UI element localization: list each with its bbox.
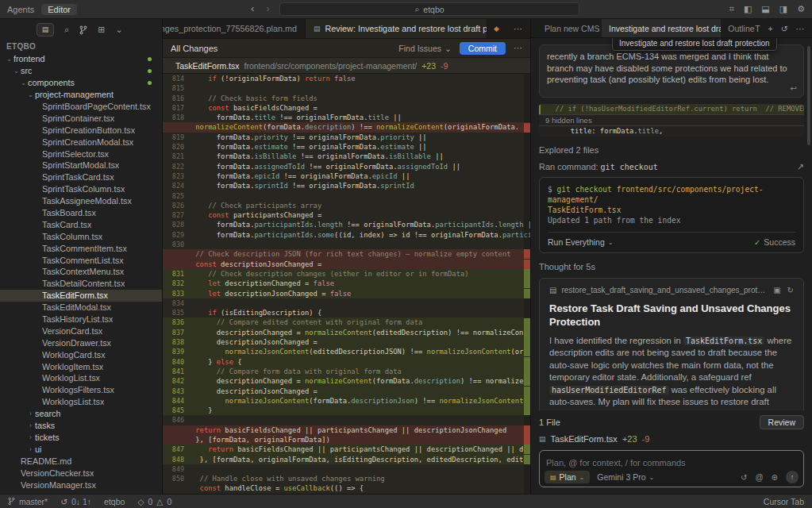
code-line[interactable]: const descriptionJsonChanged = <box>163 260 530 269</box>
chevron-right-icon[interactable]: › <box>26 410 35 418</box>
tree-item[interactable]: TaskEditModal.tsx <box>0 302 162 314</box>
tree-item[interactable]: WorklogCard.tsx <box>0 348 162 360</box>
code-line[interactable]: 827 const participantsChanged = <box>163 210 530 220</box>
code-line[interactable]: return basicFieldsChanged || participant… <box>163 425 530 435</box>
code-line[interactable]: 842 descriptionChanged = normalizeConten… <box>163 376 530 386</box>
project-indicator[interactable]: etqbo <box>104 497 125 506</box>
code-line[interactable]: 836 // Compare edited content with origi… <box>163 318 530 327</box>
tree-item[interactable]: ⌄components <box>0 77 162 89</box>
plan-card[interactable]: ▤ restore_task_draft_saving_and_unsaved_… <box>539 278 804 411</box>
send-button[interactable]: ↑ <box>786 471 799 483</box>
back-icon[interactable]: ‹ <box>251 2 254 14</box>
tree-item[interactable]: TaskDetailContent.tsx <box>0 278 162 290</box>
editor-scrollbar[interactable] <box>524 74 530 494</box>
code-line[interactable]: 847 return basicFieldsChanged || partici… <box>163 444 530 454</box>
code-line[interactable]: 826 // Check participants array <box>163 201 530 210</box>
user-message[interactable]: recently a branch ECMS-134 was merged an… <box>539 44 804 98</box>
git-sync-indicator[interactable]: ↺ 0↓ 1↑ <box>60 497 91 506</box>
agent-tab-outline[interactable]: Outline <box>721 19 755 37</box>
agents-menu[interactable]: Agents <box>7 5 34 14</box>
tree-item[interactable]: TaskCommentItem.tsx <box>0 242 162 254</box>
code-line[interactable]: 843 descriptionJsonChanged = <box>163 387 530 396</box>
code-line[interactable]: 840 } else { <box>163 357 530 367</box>
history-icon[interactable]: ↺ <box>781 24 788 33</box>
tree-item[interactable]: VersionChecker.tsx <box>0 467 162 479</box>
code-line[interactable]: 831 // Check description changes (either… <box>163 269 530 279</box>
more-icon[interactable]: ⋯ <box>514 43 522 53</box>
code-line[interactable]: 850 // Handle close with unsaved changes… <box>163 474 530 483</box>
code-line[interactable]: 829 formData.participantIds.some((id, in… <box>163 230 530 240</box>
code-line[interactable]: 822 formData.assignedToId !== originalFo… <box>163 162 530 171</box>
explored-files-label[interactable]: Explored 2 files <box>539 145 804 155</box>
code-line[interactable]: 830 <box>163 240 530 249</box>
forward-icon[interactable]: › <box>266 2 269 14</box>
chevron-right-icon[interactable]: › <box>26 433 35 441</box>
tree-item[interactable]: WorklogsList.tsx <box>0 396 162 408</box>
code-line[interactable]: 815 <box>163 83 530 93</box>
tree-item[interactable]: TaskColumn.tsx <box>0 230 162 242</box>
code-line[interactable]: 845 } <box>163 406 530 415</box>
files-panel-icon[interactable]: ▤ <box>37 23 54 37</box>
panel-left-icon[interactable]: ◧ <box>744 4 752 14</box>
new-thread-icon[interactable]: + <box>768 24 773 33</box>
tree-item[interactable]: VersionDrawer.tsx <box>0 337 162 348</box>
tree-item[interactable]: VersionCard.tsx <box>0 325 162 337</box>
tree-item[interactable]: TaskCommentList.tsx <box>0 254 162 266</box>
commit-button[interactable]: Commit <box>460 42 506 55</box>
code-line[interactable]: 849 <box>163 464 530 474</box>
code-line[interactable]: 817 const basicFieldsChanged = <box>163 103 530 113</box>
panel-bottom-icon[interactable]: ⬓ <box>761 4 769 14</box>
code-line[interactable]: 835 if (isEditingDescription) { <box>163 308 530 318</box>
tree-item[interactable]: SprintTaskColumn.tsx <box>0 183 162 195</box>
text-thread-icon[interactable]: T <box>755 24 760 33</box>
composer-input[interactable] <box>546 458 797 468</box>
tree-item[interactable]: SprintBoardPageContent.tsx <box>0 101 162 113</box>
code-line[interactable]: 821 formData.isBillable !== originalForm… <box>163 152 530 161</box>
tree-item[interactable]: SprintTaskCard.tsx <box>0 171 162 183</box>
tree-item[interactable]: ›search <box>0 408 162 420</box>
code-line[interactable]: 828 formData.participantIds.length !== o… <box>163 220 530 229</box>
code-line[interactable]: 816 // Check basic form fields <box>163 94 530 103</box>
tree-item[interactable]: ⌄frontend <box>0 53 162 65</box>
code-line[interactable]: }, [formData, originalFormData]) <box>163 435 530 444</box>
tree-item[interactable]: ›ui <box>0 443 162 455</box>
project-search-bar[interactable]: ⌕ etqbo <box>279 2 579 16</box>
chevron-down-icon[interactable]: ⌄ <box>115 25 122 35</box>
code-line[interactable]: 819 formData.priority !== originalFormDa… <box>163 133 530 142</box>
tree-item[interactable]: VersionManager.tsx <box>0 479 162 491</box>
terminal-icon[interactable]: ⌗ <box>729 4 734 14</box>
code-line[interactable]: 820 formData.estimate !== originalFormDa… <box>163 142 530 152</box>
tree-item[interactable]: TaskHistoryList.tsx <box>0 314 162 325</box>
agent-scrollbar[interactable] <box>807 46 810 145</box>
run-everything-button[interactable]: Run Everything <box>548 237 605 248</box>
code-line[interactable]: 832 let descriptionChanged = false <box>163 279 530 288</box>
code-line[interactable]: 818 formData.title !== originalFormData.… <box>163 113 530 122</box>
tree-item[interactable]: ⌄src <box>0 65 162 77</box>
tree-item[interactable]: TaskBoard.tsx <box>0 207 162 219</box>
chevron-down-icon[interactable]: ⌄ <box>12 67 21 75</box>
code-line[interactable]: 834 <box>163 298 530 308</box>
code-line[interactable]: 844 normalizeJsonContent(formData.descri… <box>163 396 530 406</box>
git-branch-indicator[interactable]: master* <box>8 497 48 506</box>
diff-file-header[interactable]: TaskEditForm.tsx frontend/src/components… <box>163 58 530 74</box>
mention-icon[interactable]: @ <box>755 473 763 482</box>
editor-mode-chip[interactable]: Editor <box>41 4 77 15</box>
code-line[interactable]: 841 // Compare form data with original f… <box>163 367 530 376</box>
git-panel-icon[interactable] <box>79 24 87 34</box>
code-editor[interactable]: 814 if (!originalFormData) return false8… <box>163 74 530 494</box>
tree-item[interactable]: WorklogsFilters.tsx <box>0 384 162 396</box>
files-count-label[interactable]: 1 File <box>539 418 560 427</box>
diagnostics-indicator[interactable]: ◇ 0 △ 0 <box>137 497 171 506</box>
copy-icon[interactable]: ▣ <box>773 286 780 294</box>
tree-item[interactable]: TaskCard.tsx <box>0 218 162 230</box>
code-line[interactable]: 838 descriptionJsonChanged = <box>163 337 530 347</box>
agent-menu-icon[interactable]: ⋯ <box>796 24 805 33</box>
code-line[interactable]: 846 <box>163 415 530 425</box>
changed-file-row[interactable]: ▤ TaskEditForm.tsx +23 -9 <box>539 434 804 444</box>
tree-item[interactable]: TaskContextMenu.tsx <box>0 266 162 278</box>
code-line[interactable]: 823 formData.epicId !== originalFormData… <box>163 171 530 181</box>
thought-duration[interactable]: Thought for 5s <box>539 262 804 271</box>
diff-preview[interactable]: // if (!hasUserModifiedEditorRef.current… <box>539 104 804 137</box>
tab-pin-icon[interactable]: ◆ <box>487 19 506 38</box>
chevron-right-icon[interactable]: › <box>26 421 35 429</box>
